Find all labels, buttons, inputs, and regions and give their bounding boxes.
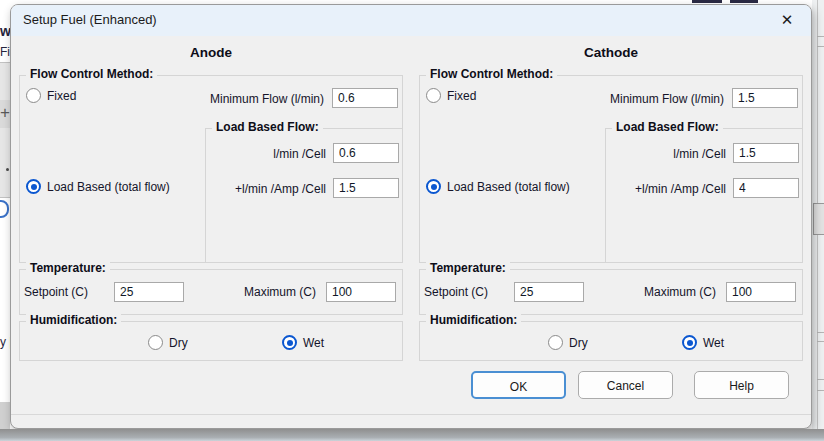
help-button[interactable]: Help — [694, 371, 789, 399]
min-flow-label: Minimum Flow (l/min) — [610, 92, 724, 106]
cathode-humidification-group: Humidification: Dry Wet — [419, 321, 803, 361]
setpoint-label: Setpoint (C) — [424, 285, 488, 299]
background-dot — [6, 168, 9, 171]
anode-humidification-group: Humidification: Dry Wet — [19, 321, 403, 361]
radio-label: Load Based (total flow) — [47, 180, 170, 194]
dialog-footer-divider — [11, 414, 811, 415]
background-text-fragment — [730, 0, 758, 3]
group-label: Humidification: — [426, 313, 521, 327]
anode-setpoint-input[interactable] — [114, 282, 184, 302]
radio-label: Fixed — [47, 89, 76, 103]
radio-label: Wet — [703, 336, 724, 350]
group-label: Humidification: — [26, 313, 121, 327]
maximum-label: Maximum (C) — [244, 285, 316, 299]
background-left-strip: w Fi: + y | — [0, 0, 10, 441]
anode-section: Anode Flow Control Method: Fixed Minimum… — [19, 45, 403, 365]
radio-icon[interactable] — [426, 179, 441, 194]
radio-label: Dry — [169, 336, 188, 350]
cathode-header: Cathode — [419, 45, 803, 60]
setpoint-label: Setpoint (C) — [24, 285, 88, 299]
anode-dry-radio[interactable]: Dry — [148, 335, 188, 350]
cancel-button[interactable]: Cancel — [578, 371, 673, 399]
background-partial-button — [813, 203, 824, 235]
background-text-fragment — [692, 0, 722, 3]
group-label: Load Based Flow: — [212, 120, 323, 134]
cathode-fixed-radio[interactable]: Fixed — [426, 88, 476, 103]
plus-icon: + — [0, 100, 10, 128]
per-cell-label: l/min /Cell — [673, 147, 726, 161]
cathode-per-cell-input[interactable] — [733, 143, 799, 163]
anode-temperature-group: Temperature: Setpoint (C) Maximum (C) — [19, 269, 403, 315]
background-gridline — [817, 332, 824, 333]
background-text-fragment: Fi: — [0, 45, 10, 59]
screen: w Fi: + y | Setup Fuel (Enhanced) ✕ Anod… — [0, 0, 824, 441]
group-label: Temperature: — [426, 261, 510, 275]
background-icon-fragment — [0, 200, 9, 218]
anode-header: Anode — [19, 45, 403, 60]
background-text-fragment: w — [0, 23, 10, 39]
background-panel — [0, 62, 10, 198]
ok-button[interactable]: OK — [471, 371, 566, 399]
cathode-per-amp-input[interactable] — [733, 178, 799, 198]
radio-icon[interactable] — [26, 88, 41, 103]
cathode-temperature-group: Temperature: Setpoint (C) Maximum (C) — [419, 269, 803, 315]
anode-min-flow-input[interactable] — [332, 88, 398, 108]
cathode-section: Cathode Flow Control Method: Fixed Minim… — [419, 45, 803, 365]
radio-icon[interactable] — [682, 335, 697, 350]
background-gridline — [817, 341, 824, 342]
anode-maximum-input[interactable] — [326, 282, 396, 302]
radio-label: Fixed — [447, 89, 476, 103]
setup-fuel-dialog: Setup Fuel (Enhanced) ✕ Anode Flow Contr… — [10, 4, 812, 429]
radio-label: Wet — [303, 336, 324, 350]
group-label: Temperature: — [26, 261, 110, 275]
anode-load-based-flow-group: Load Based Flow: l/min /Cell +l/min /Amp… — [205, 128, 402, 263]
cathode-load-based-flow-group: Load Based Flow: l/min /Cell +l/min /Amp… — [605, 128, 802, 263]
background-bottom-bar — [0, 429, 824, 441]
cathode-maximum-input[interactable] — [726, 282, 796, 302]
anode-load-based-radio[interactable]: Load Based (total flow) — [26, 179, 170, 194]
background-gridline — [817, 36, 824, 37]
anode-per-amp-input[interactable] — [333, 178, 399, 198]
radio-icon[interactable] — [548, 335, 563, 350]
cathode-flow-control-group: Flow Control Method: Fixed Minimum Flow … — [419, 75, 803, 263]
cathode-setpoint-input[interactable] — [514, 282, 584, 302]
dialog-title: Setup Fuel (Enhanced) — [23, 5, 157, 35]
background-panel — [0, 402, 10, 432]
anode-flow-control-group: Flow Control Method: Fixed Minimum Flow … — [19, 75, 403, 263]
radio-icon[interactable] — [426, 88, 441, 103]
group-label: Flow Control Method: — [26, 67, 157, 81]
radio-label: Load Based (total flow) — [447, 180, 570, 194]
group-label: Load Based Flow: — [612, 120, 723, 134]
cathode-load-based-radio[interactable]: Load Based (total flow) — [426, 179, 570, 194]
background-gridline — [817, 46, 824, 47]
min-flow-label: Minimum Flow (l/min) — [210, 92, 324, 106]
radio-label: Dry — [569, 336, 588, 350]
cathode-min-flow-input[interactable] — [732, 88, 798, 108]
background-gridline — [817, 390, 824, 391]
radio-icon[interactable] — [26, 179, 41, 194]
per-amp-label: +l/min /Amp /Cell — [635, 182, 726, 196]
dialog-titlebar: Setup Fuel (Enhanced) ✕ — [11, 5, 811, 36]
radio-icon[interactable] — [282, 335, 297, 350]
anode-fixed-radio[interactable]: Fixed — [26, 88, 76, 103]
cathode-wet-radio[interactable]: Wet — [682, 335, 724, 350]
per-cell-label: l/min /Cell — [273, 147, 326, 161]
radio-icon[interactable] — [148, 335, 163, 350]
background-gridline — [817, 379, 824, 380]
maximum-label: Maximum (C) — [644, 285, 716, 299]
group-label: Flow Control Method: — [426, 67, 557, 81]
anode-per-cell-input[interactable] — [333, 143, 399, 163]
background-text-fragment: y | — [0, 335, 10, 349]
close-icon[interactable]: ✕ — [769, 5, 805, 35]
per-amp-label: +l/min /Amp /Cell — [235, 182, 326, 196]
cathode-dry-radio[interactable]: Dry — [548, 335, 588, 350]
anode-wet-radio[interactable]: Wet — [282, 335, 324, 350]
